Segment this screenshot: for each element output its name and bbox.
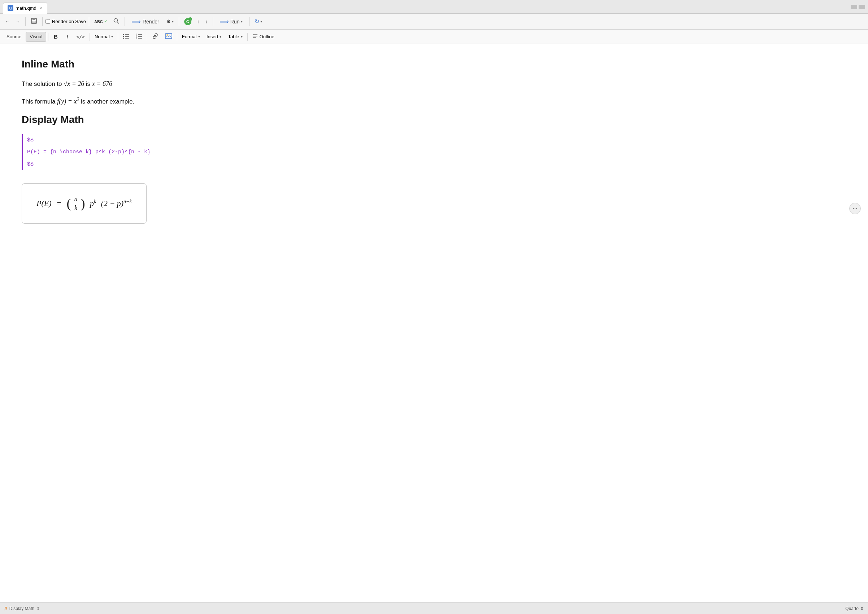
quarto-label: Quarto: [845, 606, 859, 611]
status-quarto-info: Quarto ⇕: [845, 606, 864, 611]
format-separator-5: [177, 33, 177, 41]
editor-area[interactable]: Inline Math The solution to √x = 26 is x…: [0, 44, 868, 602]
para1-math-2: x = 676: [92, 80, 112, 87]
run-dropdown-icon: ▾: [241, 20, 243, 23]
window-maximize[interactable]: [859, 5, 865, 9]
table-label: Table: [228, 34, 239, 39]
toolbar-separator-5: [179, 17, 179, 26]
outline-icon: [252, 33, 258, 40]
run-label: Run: [230, 19, 240, 25]
para1-prefix: The solution to: [22, 81, 64, 87]
window-controls: [851, 5, 865, 9]
format-dropdown-icon: ▾: [198, 35, 200, 39]
scroll-up-button[interactable]: ↑: [195, 17, 202, 26]
spell-check-button[interactable]: ABC ✓: [92, 18, 109, 25]
format-label: Format: [182, 34, 197, 39]
file-tab-icon: Q: [8, 5, 13, 11]
render-button[interactable]: ⟹ Render: [128, 16, 163, 28]
settings-dropdown-icon: ▾: [172, 20, 174, 23]
code-line-3: $$: [26, 158, 846, 171]
render-settings-button[interactable]: ⚙ ▾: [164, 17, 176, 26]
render-on-save-checkbox-label[interactable]: Render on Save: [45, 19, 86, 24]
svg-point-7: [123, 36, 124, 37]
format-dropdown-button[interactable]: Format ▾: [179, 33, 203, 41]
inline-math-heading: Inline Math: [22, 59, 846, 70]
window-minimize[interactable]: [851, 5, 857, 9]
image-button[interactable]: [162, 32, 175, 42]
bold-button[interactable]: B: [50, 32, 61, 42]
insert-dropdown-button[interactable]: Insert ▾: [204, 33, 225, 41]
toolbar-separator-6: [213, 17, 213, 26]
rendered-formula: P(E) = ( n k ) pk (2 − p)n−k: [36, 194, 132, 212]
tab-title: math.qmd: [16, 5, 36, 11]
settings-icon: ⚙: [166, 19, 171, 24]
normal-dropdown-button[interactable]: Normal ▾: [92, 33, 116, 41]
current-section-label: Display Math: [9, 606, 34, 611]
forward-button[interactable]: →: [13, 17, 22, 26]
link-button[interactable]: [149, 32, 162, 42]
visual-mode-button[interactable]: Visual: [26, 32, 46, 42]
format-separator-2: [90, 33, 90, 41]
table-dropdown-icon: ▾: [241, 35, 243, 39]
render-arrows-icon: ⟹: [131, 18, 141, 26]
c-icon-button[interactable]: C +: [182, 17, 193, 27]
paragraph-1: The solution to √x = 26 is x = 676: [22, 79, 846, 89]
numbered-list-button[interactable]: 1 2 3: [133, 32, 145, 42]
bold-icon: B: [54, 34, 58, 40]
render-label: Render: [143, 19, 159, 25]
bullet-list-icon: [123, 33, 129, 40]
svg-point-9: [123, 38, 124, 39]
svg-text:3: 3: [136, 37, 137, 39]
save-icon: [31, 18, 37, 25]
run-button[interactable]: ⟹ Run ▾: [216, 16, 247, 28]
more-options-button[interactable]: ···: [849, 203, 861, 214]
image-icon: [165, 33, 172, 40]
outline-label: Outline: [260, 34, 274, 39]
outline-button[interactable]: Outline: [249, 32, 277, 42]
svg-point-5: [123, 34, 124, 36]
refresh-dropdown-icon: ▾: [260, 20, 262, 23]
back-icon: ←: [5, 19, 10, 24]
file-tab[interactable]: Q math.qmd ×: [3, 2, 47, 14]
italic-button[interactable]: I: [62, 32, 73, 42]
section-up-down-icon: ⇕: [36, 606, 40, 611]
source-label: Source: [6, 34, 21, 39]
toolbar-separator-4: [124, 17, 125, 26]
para1-math-1: √x = 26: [64, 80, 86, 87]
numbered-list-icon: 1 2 3: [136, 33, 142, 40]
back-button[interactable]: ←: [3, 17, 12, 26]
search-button[interactable]: [111, 16, 122, 27]
tab-close-button[interactable]: ×: [40, 5, 43, 11]
refresh-button[interactable]: ↻ ▾: [252, 17, 264, 26]
render-on-save-checkbox[interactable]: [45, 19, 50, 24]
c-plus-icon: C +: [184, 18, 191, 25]
insert-label: Insert: [207, 34, 218, 39]
format-separator-1: [48, 33, 48, 41]
para2-prefix: This formula: [22, 98, 57, 105]
status-bar: # Display Math ⇕ Quarto ⇕: [0, 602, 868, 614]
up-arrow-icon: ↑: [197, 19, 200, 24]
code-line-2: P(E) = {n \choose k} p^k (2-p)^{n - k}: [26, 146, 846, 158]
toolbar-separator-7: [249, 17, 249, 26]
table-dropdown-button[interactable]: Table ▾: [225, 33, 245, 41]
para2-math: f(y) = x2: [57, 98, 81, 105]
paragraph-2: This formula f(y) = x2 is another exampl…: [22, 96, 846, 107]
source-mode-button[interactable]: Source: [3, 32, 25, 42]
status-section-info: # Display Math ⇕: [4, 606, 40, 611]
down-arrow-icon: ↓: [205, 19, 208, 24]
save-button[interactable]: [28, 16, 39, 27]
svg-rect-2: [32, 21, 36, 23]
normal-dropdown-icon: ▾: [111, 35, 113, 39]
scroll-down-button[interactable]: ↓: [203, 17, 210, 26]
code-button[interactable]: </>: [73, 32, 87, 42]
toolbar-separator-1: [25, 17, 26, 26]
status-hash-icon: #: [4, 606, 7, 611]
spell-check-icon: ABC: [94, 20, 103, 24]
rendered-math-box: P(E) = ( n k ) pk (2 − p)n−k: [22, 183, 146, 224]
title-bar: Q math.qmd ×: [0, 0, 868, 14]
code-icon: </>: [76, 34, 84, 39]
visual-label: Visual: [30, 34, 42, 39]
bullet-list-button[interactable]: [120, 32, 132, 42]
italic-icon: I: [67, 34, 68, 40]
run-arrow-icon: ⟹: [219, 18, 229, 26]
